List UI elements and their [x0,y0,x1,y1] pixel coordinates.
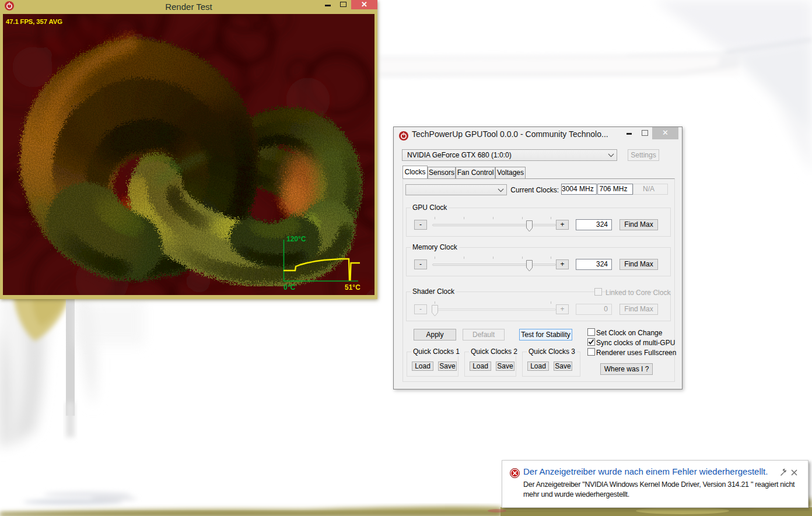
svg-text:120°C: 120°C [286,235,306,243]
svg-text:51°C: 51°C [345,283,360,292]
svg-text:0°C: 0°C [284,283,295,292]
